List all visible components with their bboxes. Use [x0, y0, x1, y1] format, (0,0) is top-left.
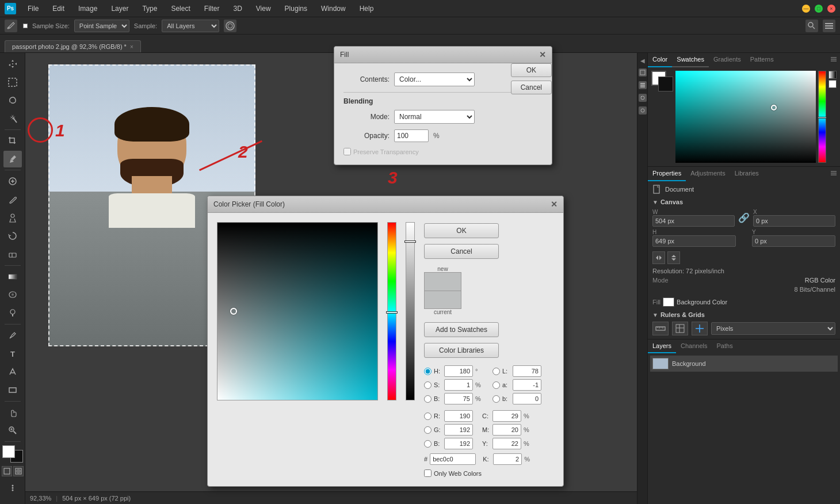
- tool-healing[interactable]: [3, 173, 22, 190]
- menu-view[interactable]: View: [254, 3, 273, 14]
- tab-paths[interactable]: Paths: [712, 339, 738, 353]
- web-colors-checkbox[interactable]: [424, 469, 432, 477]
- r-input[interactable]: [444, 410, 473, 422]
- grid-icon-button[interactable]: [672, 322, 688, 335]
- color-picker-close-button[interactable]: ✕: [551, 200, 558, 209]
- s-input[interactable]: [444, 379, 473, 391]
- menu-file[interactable]: File: [25, 3, 41, 14]
- tool-clone[interactable]: [3, 209, 22, 227]
- tab-libraries[interactable]: Libraries: [730, 167, 763, 181]
- menu-plugins[interactable]: Plugins: [282, 3, 310, 14]
- b3-input[interactable]: [444, 438, 473, 449]
- tool-magic-wand[interactable]: [3, 110, 22, 127]
- color-gradient-picker[interactable]: [217, 222, 378, 400]
- tool-move[interactable]: [3, 55, 22, 72]
- flip-v-button[interactable]: [667, 251, 680, 264]
- tab-channels[interactable]: Channels: [676, 339, 712, 353]
- tool-eyedropper[interactable]: [3, 151, 22, 168]
- document-tab[interactable]: passport photo 2.jpg @ 92,3% (RGB/8) * ×: [5, 40, 141, 52]
- cp-ok-button[interactable]: OK: [424, 223, 499, 238]
- tool-lasso[interactable]: [3, 91, 22, 109]
- opacity-input[interactable]: [394, 129, 429, 142]
- foreground-color-swatch[interactable]: [2, 445, 15, 458]
- layer-row[interactable]: Background: [650, 356, 838, 372]
- menu-filter[interactable]: Filter: [202, 3, 222, 14]
- g-input[interactable]: [444, 424, 473, 436]
- l-radio[interactable]: [492, 368, 500, 375]
- tool-zoom[interactable]: [3, 422, 22, 440]
- flip-h-button[interactable]: [652, 251, 665, 264]
- b3-radio[interactable]: [424, 440, 432, 448]
- ruler-icon-button[interactable]: [652, 322, 669, 335]
- fill-color-swatch[interactable]: [663, 297, 674, 307]
- g-radio[interactable]: [424, 426, 432, 434]
- menu-window[interactable]: Window: [319, 3, 348, 14]
- cp-hue-slider[interactable]: [387, 222, 396, 400]
- hue-radio[interactable]: [424, 368, 432, 375]
- canvas-x-input[interactable]: [753, 215, 835, 227]
- tool-brush[interactable]: [3, 191, 22, 208]
- fill-dialog-close-button[interactable]: ✕: [539, 50, 546, 59]
- y-input[interactable]: [492, 438, 521, 449]
- tool-eraser[interactable]: [3, 246, 22, 263]
- canvas-section-header[interactable]: ▼ Canvas: [652, 198, 835, 205]
- rulers-section-header[interactable]: ▼ Rulers & Grids: [652, 311, 835, 318]
- sample-size-select[interactable]: Point Sample: [74, 20, 129, 32]
- tab-color[interactable]: Color: [648, 53, 672, 67]
- cp-cancel-button[interactable]: Cancel: [424, 244, 499, 259]
- tool-history[interactable]: [3, 227, 22, 245]
- canvas-height-input[interactable]: [652, 235, 736, 247]
- color-solid-icon[interactable]: [828, 80, 837, 88]
- k-input[interactable]: [493, 453, 522, 465]
- cp-alpha-slider[interactable]: [406, 222, 415, 400]
- tool-path-selection[interactable]: [3, 363, 22, 380]
- m-input[interactable]: [492, 424, 521, 436]
- adjustments-icon-right[interactable]: [639, 94, 647, 102]
- tab-adjustments[interactable]: Adjustments: [686, 167, 730, 181]
- tool-pen[interactable]: [3, 327, 22, 344]
- guides-icon-button[interactable]: [692, 322, 708, 335]
- tool-gradient[interactable]: [3, 268, 22, 285]
- tab-properties[interactable]: Properties: [648, 167, 686, 181]
- fill-ok-button[interactable]: OK: [511, 63, 552, 77]
- hue-slider[interactable]: [818, 71, 826, 163]
- s-radio[interactable]: [424, 381, 432, 389]
- workspace-icon[interactable]: [823, 20, 835, 32]
- search-icon[interactable]: [805, 20, 818, 32]
- more-tools[interactable]: [3, 479, 22, 502]
- close-button[interactable]: ×: [827, 5, 835, 13]
- hex-input[interactable]: [430, 453, 476, 465]
- b-input[interactable]: [444, 393, 473, 404]
- normal-mode-button[interactable]: [2, 466, 12, 476]
- properties-icon[interactable]: [639, 68, 647, 77]
- contents-select[interactable]: Color...: [394, 72, 475, 86]
- sample-layers-select[interactable]: All Layers: [162, 20, 219, 32]
- fill-cancel-button[interactable]: Cancel: [511, 81, 552, 94]
- canvas-width-input[interactable]: [652, 215, 735, 227]
- properties-menu-button[interactable]: [827, 167, 840, 181]
- collapse-right-panel-button[interactable]: ◀: [639, 58, 646, 64]
- canvas-y-input[interactable]: [752, 235, 835, 247]
- eyedropper-tool-icon[interactable]: [5, 20, 17, 32]
- blending-mode-select[interactable]: Normal: [394, 110, 475, 124]
- b2-input[interactable]: [513, 393, 541, 404]
- menu-edit[interactable]: Edit: [50, 3, 67, 14]
- tool-dodge[interactable]: [3, 304, 22, 322]
- color-spectrum-area[interactable]: [675, 71, 816, 163]
- color-libraries-button[interactable]: Color Libraries: [424, 343, 499, 358]
- background-color-box[interactable]: [658, 77, 673, 91]
- link-proportions-icon[interactable]: 🔗: [737, 212, 751, 223]
- menu-type[interactable]: Type: [140, 3, 159, 14]
- h-input[interactable]: [444, 365, 473, 377]
- tab-layers[interactable]: Layers: [648, 339, 676, 353]
- menu-select[interactable]: Select: [169, 3, 192, 14]
- tool-marquee[interactable]: [3, 74, 22, 91]
- add-to-swatches-button[interactable]: Add to Swatches: [424, 322, 499, 337]
- tab-close-button[interactable]: ×: [130, 44, 133, 50]
- tool-hand[interactable]: [3, 404, 22, 421]
- tool-crop[interactable]: [3, 132, 22, 150]
- a-radio[interactable]: [492, 381, 500, 389]
- menu-help[interactable]: Help: [357, 3, 376, 14]
- layers-icon-right[interactable]: [639, 81, 647, 89]
- b-radio[interactable]: [424, 395, 432, 403]
